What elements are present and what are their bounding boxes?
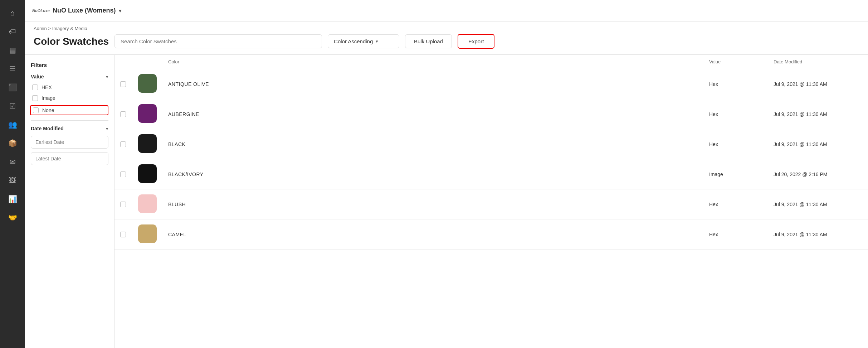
row-check-cell [114,189,132,219]
home-icon[interactable]: ⌂ [5,5,20,21]
row-value-cell: Hex [703,129,768,159]
row-swatch-cell [132,129,162,159]
latest-date-input[interactable] [31,152,108,165]
swatches-table: Color Value Date Modified ANTIQUE OLIVE [114,55,868,250]
page-title: Color Swatches [34,36,109,47]
color-swatch-box-3 [138,164,157,183]
color-name-2: BLACK [168,141,185,147]
row-color-cell: CAMEL [162,219,703,250]
image-label: Image [42,95,55,101]
col-swatch-header [132,55,162,69]
col-color-header: Color [162,55,703,69]
sort-label: Color Ascending [334,38,373,44]
table-row: BLACK Hex Jul 9, 2021 @ 11:30 AM [114,129,868,159]
row-date-cell: Jul 9, 2021 @ 11:30 AM [768,189,868,219]
filter-option-hex: HEX [31,84,108,91]
list-icon[interactable]: ☰ [5,61,20,77]
handshake-icon[interactable]: 🤝 [5,210,20,226]
row-date-cell: Jul 9, 2021 @ 11:30 AM [768,219,868,250]
row-value-cell: Image [703,159,768,189]
store-chevron[interactable]: ▾ [119,8,121,14]
bulk-upload-button[interactable]: Bulk Upload [405,34,452,48]
col-value-header: Value [703,55,768,69]
row-swatch-cell [132,189,162,219]
breadcrumb: Admin > Imagery & Media [25,21,868,31]
row-swatch-cell [132,159,162,189]
row-check-cell [114,159,132,189]
row-date-cell: Jul 9, 2021 @ 11:30 AM [768,129,868,159]
table-row: AUBERGINE Hex Jul 9, 2021 @ 11:30 AM [114,99,868,129]
filters-title: Filters [31,62,108,68]
value-filter-header[interactable]: Value ▾ [31,74,108,79]
color-name-4: BLUSH [168,202,186,207]
chart-bar-icon[interactable]: ▤ [5,42,20,58]
mail-icon[interactable]: ✉ [5,154,20,170]
earliest-date-input[interactable] [31,136,108,149]
color-name-1: AUBERGINE [168,111,199,117]
analytics-icon[interactable]: 📊 [5,191,20,207]
users-icon[interactable]: 👥 [5,117,20,132]
row-check-cell [114,69,132,99]
row-value-cell: Hex [703,99,768,129]
store-selector[interactable]: NuOLuxe NuO Luxe (Womens) ▾ [32,7,121,14]
color-name-5: CAMEL [168,232,186,237]
color-name-3: BLACK/IVORY [168,171,204,177]
row-color-cell: BLACK [162,129,703,159]
filter-divider [31,120,108,121]
row-value-cell: Hex [703,69,768,99]
row-date-cell: Jul 9, 2021 @ 11:30 AM [768,99,868,129]
row-swatch-cell [132,69,162,99]
row-color-cell: AUBERGINE [162,99,703,129]
row-swatch-cell [132,99,162,129]
sort-chevron-icon: ▾ [376,39,378,44]
table-header-row: Color Value Date Modified [114,55,868,69]
date-filter-chevron-icon: ▾ [106,126,108,131]
store-name: NuO Luxe (Womens) [53,7,116,14]
row-date-cell: Jul 9, 2021 @ 11:30 AM [768,69,868,99]
row-date-cell: Jul 20, 2022 @ 2:16 PM [768,159,868,189]
content-area: Admin > Imagery & Media Color Swatches C… [25,21,868,348]
row-color-cell: ANTIQUE OLIVE [162,69,703,99]
row-checkbox-5[interactable] [120,232,126,237]
row-check-cell [114,99,132,129]
logo-small: NuOLuxe [32,9,50,13]
image-icon[interactable]: 🖼 [5,173,20,188]
page-header: Color Swatches Color Ascending ▾ Bulk Up… [25,31,868,55]
row-checkbox-0[interactable] [120,81,126,87]
check-square-icon[interactable]: ☑ [5,98,20,114]
row-color-cell: BLACK/IVORY [162,159,703,189]
row-checkbox-3[interactable] [120,171,126,177]
row-swatch-cell [132,219,162,250]
row-checkbox-2[interactable] [120,141,126,147]
col-check-header [114,55,132,69]
filter-option-image: Image [31,95,108,102]
tag-icon[interactable]: 🏷 [5,24,20,39]
body-layout: Filters Value ▾ HEX Image None [25,55,868,348]
table-area: Color Value Date Modified ANTIQUE OLIVE [114,55,868,348]
row-value-cell: Hex [703,219,768,250]
presentation-icon[interactable]: ⬛ [5,79,20,95]
hex-checkbox[interactable] [32,84,38,90]
hex-label: HEX [42,84,52,90]
none-checkbox[interactable] [33,107,39,113]
color-swatch-box-2 [138,134,157,153]
none-label: None [42,107,54,113]
sort-dropdown[interactable]: Color Ascending ▾ [328,34,399,48]
box-icon[interactable]: 📦 [5,135,20,151]
row-check-cell [114,219,132,250]
value-filter-label: Value [31,74,44,79]
color-swatch-box-0 [138,74,157,93]
row-value-cell: Hex [703,189,768,219]
main-content: NuOLuxe NuO Luxe (Womens) ▾ Admin > Imag… [25,0,868,348]
row-color-cell: BLUSH [162,189,703,219]
image-checkbox[interactable] [32,95,38,101]
date-filter-header[interactable]: Date Modified ▾ [31,126,108,131]
table-row: BLUSH Hex Jul 9, 2021 @ 11:30 AM [114,189,868,219]
export-button[interactable]: Export [458,34,494,49]
search-input[interactable] [114,34,322,48]
row-checkbox-4[interactable] [120,202,126,207]
search-wrapper [114,34,322,48]
table-row: ANTIQUE OLIVE Hex Jul 9, 2021 @ 11:30 AM [114,69,868,99]
color-swatch-box-1 [138,104,157,123]
row-checkbox-1[interactable] [120,111,126,117]
